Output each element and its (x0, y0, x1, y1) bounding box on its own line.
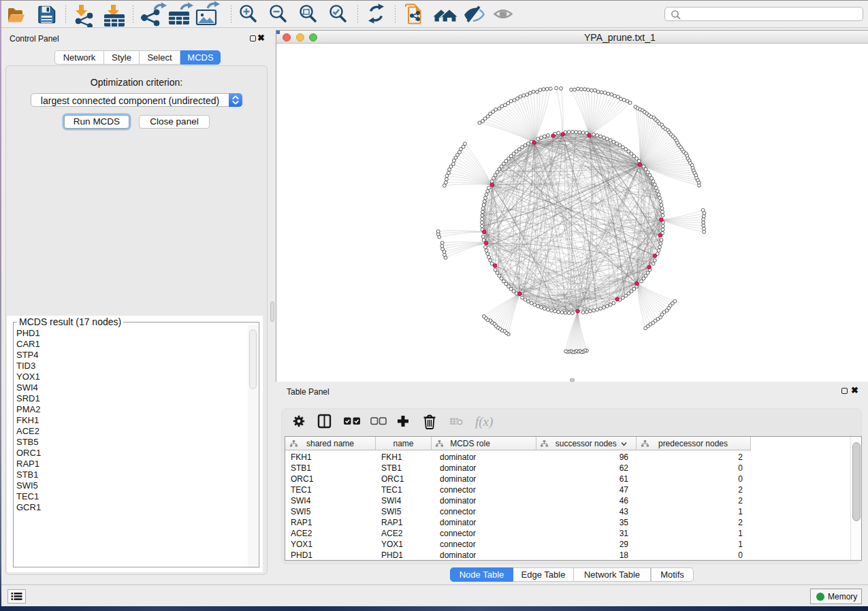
svg-text:f(x): f(x) (475, 414, 493, 429)
